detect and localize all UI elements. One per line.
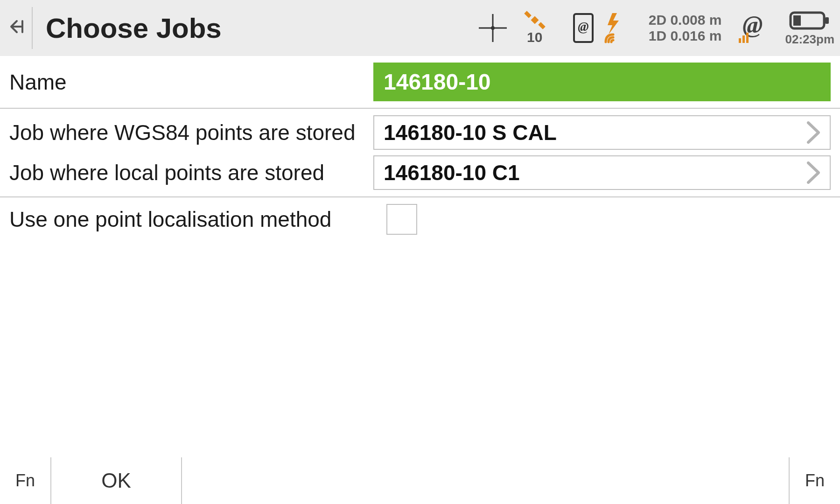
onepoint-label: Use one point localisation method [9,207,373,232]
satellite-status[interactable]: 10 [523,11,547,45]
wgs-job-value: 146180-10 S CAL [384,120,805,145]
status-group: 10 @ 2D 0.008 m 1D 0.016 m @ [478,5,836,51]
clock-time: 02:23pm [785,32,835,47]
svg-text:@: @ [578,19,588,34]
back-arrow-icon [8,17,30,39]
svg-rect-14 [793,15,801,26]
page-title: Choose Jobs [46,12,222,44]
satellite-count: 10 [527,29,542,45]
svg-rect-3 [531,16,539,24]
device-icon: @ [571,11,599,45]
svg-rect-9 [739,38,741,43]
svg-rect-11 [746,33,749,43]
svg-point-2 [491,26,495,30]
wgs-job-row: Job where WGS84 points are stored 146180… [0,109,840,153]
header-bar: Choose Jobs 10 @ [0,0,840,56]
local-job-picker[interactable]: 146180-10 C1 [373,155,831,190]
name-label: Name [9,70,373,95]
svg-text:@: @ [742,11,763,38]
precision-2d: 2D 0.008 m [649,12,722,28]
at-signal-icon: @ [737,11,770,45]
connection-status[interactable]: @ [562,5,634,51]
svg-rect-10 [742,35,745,43]
back-button[interactable] [7,7,33,49]
name-row: Name 146180-10 [0,56,840,109]
battery-icon [789,10,831,31]
crosshair-icon [478,13,508,43]
onepoint-checkbox[interactable] [386,204,417,235]
internet-status-icon[interactable]: @ [737,11,770,45]
footer-bar: Fn OK Fn [0,457,840,504]
position-status-icon[interactable] [478,13,508,43]
signal-bolt-icon [603,11,624,45]
fn-right-button[interactable]: Fn [789,457,840,504]
fn-left-button[interactable]: Fn [0,457,51,504]
precision-status[interactable]: 2D 0.008 m 1D 0.016 m [649,12,722,44]
wgs-job-label: Job where WGS84 points are stored [9,120,373,145]
chevron-right-icon [805,120,822,145]
svg-rect-5 [538,22,546,29]
satellite-icon [523,11,547,29]
local-job-label: Job where local points are stored [9,160,373,185]
onepoint-row: Use one point localisation method [0,197,840,241]
precision-1d: 1D 0.016 m [649,28,722,44]
svg-rect-13 [825,17,829,24]
form-area: Name 146180-10 Job where WGS84 points ar… [0,56,840,241]
chevron-right-icon [805,160,822,185]
wgs-job-picker[interactable]: 146180-10 S CAL [373,115,831,150]
local-job-value: 146180-10 C1 [384,160,805,185]
name-field[interactable]: 146180-10 [373,63,831,101]
local-job-row: Job where local points are stored 146180… [0,153,840,197]
svg-rect-4 [524,11,532,18]
ok-button[interactable]: OK [51,457,182,504]
battery-status[interactable]: 02:23pm [785,10,835,47]
